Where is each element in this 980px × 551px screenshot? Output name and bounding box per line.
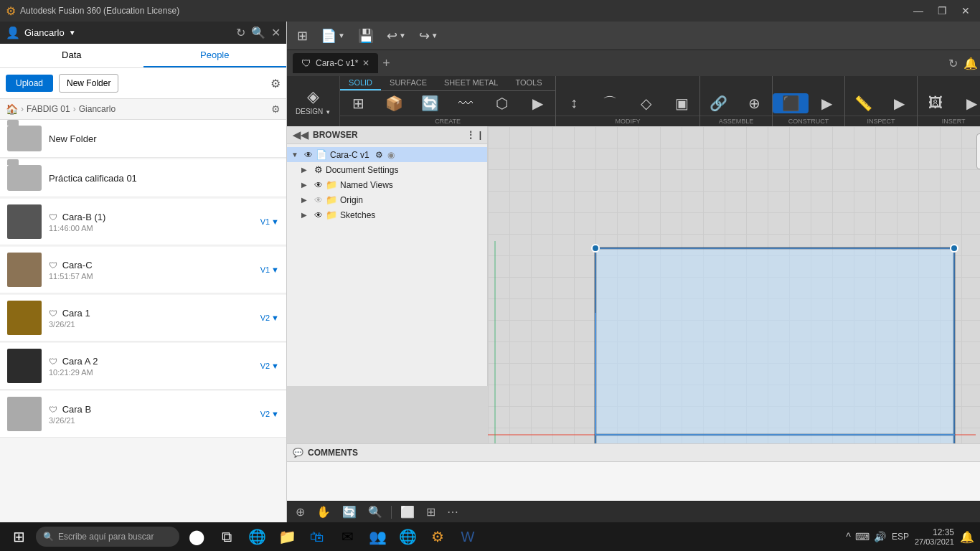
minimize-button[interactable]: — <box>909 5 928 17</box>
tray-icon[interactable]: ^ <box>846 531 851 542</box>
list-item[interactable]: Práctica calificada 01 <box>0 159 286 197</box>
display-button[interactable]: ⬜ <box>397 504 418 520</box>
extrude-button[interactable]: 📦 <box>376 93 412 113</box>
item-version[interactable]: V1 ▼ <box>260 217 279 226</box>
undo-button[interactable]: ↩ ▼ <box>382 25 410 47</box>
new-document-button[interactable]: 📄 ▼ <box>316 25 349 47</box>
item-version[interactable]: V1 ▼ <box>260 265 279 274</box>
volume-icon[interactable]: 🔊 <box>874 531 886 542</box>
item-version[interactable]: V2 ▼ <box>260 410 279 418</box>
sidebar-tabs: Data People <box>0 44 286 68</box>
more-button[interactable]: ⋯ <box>444 504 461 520</box>
new-component-button[interactable]: ⊞ <box>340 93 376 113</box>
chevron-down-icon: ▼ <box>271 410 279 418</box>
refresh-tab-icon[interactable]: ↻ <box>948 57 958 70</box>
refresh-icon[interactable]: ↻ <box>236 26 245 39</box>
new-folder-button[interactable]: New Folder <box>59 74 118 93</box>
list-item[interactable]: 🛡 Cara 1 3/26/21 V2 ▼ <box>0 295 286 342</box>
list-item[interactable]: 🛡 Cara-B (1) 11:46:00 AM V1 ▼ <box>0 199 286 245</box>
chrome-icon[interactable]: 🌐 <box>395 524 420 550</box>
press-pull-button[interactable]: ↕ <box>556 93 592 113</box>
modify-section: ↕ ⌒ ◇ ▣ MODIFY <box>556 76 700 126</box>
list-item[interactable]: New Folder <box>0 120 286 158</box>
bottom-toolbar: ⊕ ✋ 🔄 🔍 ⬜ ⊞ ⋯ ⚙ <box>287 501 980 522</box>
breadcrumb-settings-icon[interactable]: ⚙ <box>271 103 281 115</box>
document-tab[interactable]: 🛡 Cara-C v1* ✕ <box>293 53 378 73</box>
insert-image-button[interactable]: 🖼 <box>918 93 953 113</box>
new-joint-button[interactable]: 🔗 <box>700 93 736 113</box>
close-sidebar-icon[interactable]: ✕ <box>271 26 281 39</box>
teams-icon[interactable]: 👥 <box>364 524 390 550</box>
revolve-button[interactable]: 🔄 <box>412 93 448 113</box>
close-button[interactable]: ✕ <box>957 5 974 17</box>
grid-button[interactable]: ⊞ <box>423 504 438 520</box>
edge-icon[interactable]: 🌐 <box>244 524 270 550</box>
item-name: Cara 1 <box>62 308 90 319</box>
construct-more-button[interactable]: ▶ <box>809 93 844 113</box>
sheet-metal-tab[interactable]: SHEET METAL <box>435 76 507 90</box>
insert-more-button[interactable]: ▶ <box>953 93 980 113</box>
keyboard-icon[interactable]: ⌨ <box>855 531 870 542</box>
notification-icon[interactable]: 🔔 <box>960 530 974 544</box>
breadcrumb-giancarlo[interactable]: Giancarlo <box>79 104 116 114</box>
inspect-more-button[interactable]: ▶ <box>881 93 917 113</box>
explorer-icon[interactable]: 📁 <box>274 524 300 550</box>
redo-button[interactable]: ↪ ▼ <box>415 25 443 47</box>
create-more-button[interactable]: ▶ <box>519 93 555 113</box>
item-version[interactable]: V2 ▼ <box>260 314 279 322</box>
maximize-button[interactable]: ❐ <box>933 5 951 17</box>
move-button[interactable]: ⊕ <box>293 504 308 520</box>
list-item[interactable]: 🛡 Cara-C 11:51:57 AM V1 ▼ <box>0 247 286 293</box>
design-mode-button[interactable]: ◈ DESIGN ▼ <box>287 76 340 126</box>
loft-button[interactable]: ⬡ <box>484 93 519 113</box>
joint-origin-button[interactable]: ⊕ <box>736 93 772 113</box>
store-icon[interactable]: 🛍 <box>304 524 330 550</box>
orbit-button[interactable]: 🔄 <box>339 504 359 520</box>
save-button[interactable]: 💾 <box>354 25 378 47</box>
doc-tab-icon: 🛡 <box>301 57 311 69</box>
search-icon[interactable]: 🔍 <box>251 26 265 39</box>
language-indicator[interactable]: ESP <box>892 532 909 542</box>
sweep-button[interactable]: 〰 <box>448 94 484 113</box>
start-button[interactable]: ⊞ <box>6 524 32 550</box>
apps-button[interactable]: ⊞ <box>293 25 312 47</box>
sidebar-header: 👤 Giancarlo ▼ ↻ 🔍 ✕ <box>0 22 286 44</box>
list-item[interactable]: 🛡 Cara B 3/26/21 V2 ▼ <box>0 391 286 438</box>
titlebar-controls: — ❐ ✕ <box>909 5 974 17</box>
construct-section: ⬛ ▶ CONSTRUCT <box>773 76 845 126</box>
doc-tab-close-button[interactable]: ✕ <box>362 58 369 68</box>
search-bar[interactable]: 🔍 Escribe aquí para buscar <box>36 527 179 547</box>
view-cube[interactable]: TOP X Y <box>976 133 980 176</box>
account-chevron: ▼ <box>69 29 76 37</box>
autodesk-icon[interactable]: ⚙ <box>425 524 451 550</box>
tab-data[interactable]: Data <box>0 44 143 67</box>
taskview-button[interactable]: ⧉ <box>214 524 240 550</box>
word-icon[interactable]: W <box>455 524 481 550</box>
breadcrumb-home[interactable]: 🏠 <box>6 103 18 115</box>
solid-tab[interactable]: SOLID <box>340 76 381 90</box>
canvas-main[interactable]: ◀◀ BROWSER ⋮ | ▼ 👁 📄 Cara-C v1 ⚙ <box>287 126 980 443</box>
clock[interactable]: 12:35 27/03/2021 <box>915 527 954 546</box>
shell-button[interactable]: ▣ <box>664 93 699 113</box>
tools-tab[interactable]: TOOLS <box>507 76 550 90</box>
mail-icon[interactable]: ✉ <box>334 524 360 550</box>
offset-plane-button[interactable]: ⬛ <box>773 93 809 113</box>
settings-button[interactable]: ⚙ <box>270 77 281 90</box>
list-item[interactable]: 🛡 Cara A 2 10:21:29 AM V2 ▼ <box>0 343 286 390</box>
pan-button[interactable]: ✋ <box>314 504 334 520</box>
app-title: Autodesk Fusion 360 (Education License) <box>20 6 179 16</box>
breadcrumb-fabdig[interactable]: FABDIG 01 <box>27 104 70 114</box>
upload-button[interactable]: Upload <box>6 75 53 92</box>
fillet-button[interactable]: ⌒ <box>592 92 628 114</box>
modify-label: MODIFY <box>556 116 699 126</box>
new-tab-button[interactable]: + <box>382 56 390 71</box>
notification-icon[interactable]: 🔔 <box>963 57 978 70</box>
tab-people[interactable]: People <box>143 44 287 67</box>
chamfer-button[interactable]: ◇ <box>628 93 664 113</box>
cortana-button[interactable]: ⬤ <box>184 524 209 550</box>
account-menu[interactable]: 👤 Giancarlo ▼ <box>6 26 76 39</box>
item-version[interactable]: V2 ▼ <box>260 362 279 370</box>
surface-tab[interactable]: SURFACE <box>381 76 435 90</box>
zoom-button[interactable]: 🔍 <box>365 504 385 520</box>
measure-button[interactable]: 📏 <box>845 93 881 113</box>
